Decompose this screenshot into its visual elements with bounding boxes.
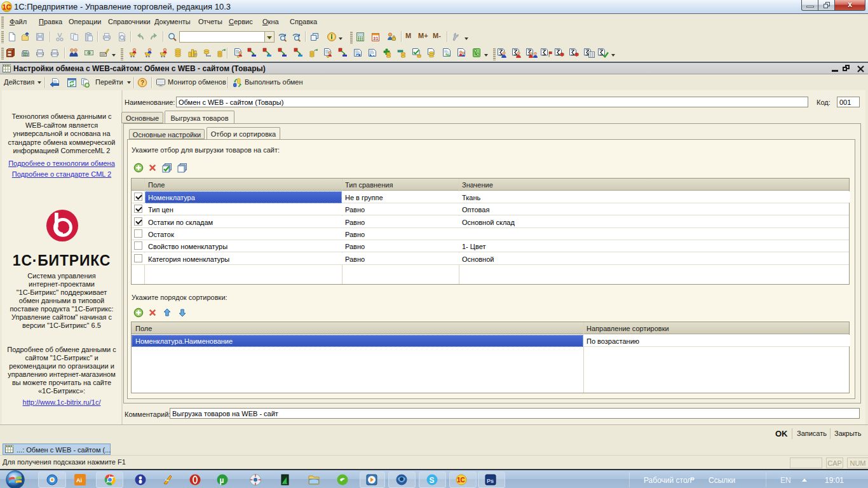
svg-text:1C: 1C [457,477,465,484]
svg-text:Ps: Ps [487,478,494,484]
svg-text:Ai: Ai [76,477,82,484]
svg-text:S: S [430,476,435,485]
svg-text:µ: µ [220,476,224,485]
svg-text:1C: 1C [3,3,11,11]
